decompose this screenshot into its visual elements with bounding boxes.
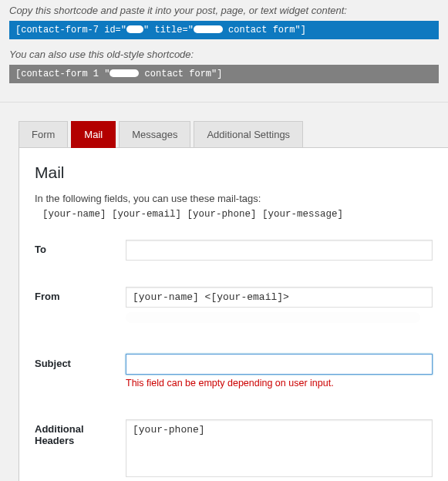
tab-additional-settings[interactable]: Additional Settings (194, 121, 303, 148)
row-subject: Subject This field can be empty dependin… (35, 354, 433, 388)
tab-messages[interactable]: Messages (119, 121, 190, 148)
shortcode-secondary-box[interactable]: [contact-form 1 " contact form"] (9, 65, 439, 83)
label-from: From (35, 287, 126, 302)
row-to: To (35, 240, 433, 261)
tabs-wrapper: Form Mail Messages Additional Settings (0, 103, 448, 148)
label-subject: Subject (35, 354, 126, 369)
tab-mail[interactable]: Mail (71, 121, 116, 148)
mail-panel: Mail In the following fields, you can us… (19, 147, 448, 481)
input-from[interactable] (126, 287, 433, 308)
shortcode-section: Copy this shortcode and paste it into yo… (0, 0, 448, 103)
panel-description: In the following fields, you can use the… (35, 193, 433, 204)
label-additional-headers: Additional Headers (35, 419, 126, 446)
shortcode-text: [contact-form 1 " (15, 69, 109, 79)
helper-blank (126, 312, 420, 323)
tab-form[interactable]: Form (19, 121, 68, 148)
input-subject[interactable] (126, 354, 433, 375)
redacted-id (126, 25, 143, 33)
row-from: From (35, 287, 433, 323)
tabs: Form Mail Messages Additional Settings (19, 121, 448, 148)
shortcode-text: contact form"] (223, 25, 306, 35)
row-additional-headers: Additional Headers (35, 419, 433, 479)
mail-tags: [your-name] [your-email] [your-phone] [y… (42, 209, 433, 220)
shortcode-text: [contact-form-7 id=" (15, 25, 126, 35)
input-to[interactable] (126, 240, 433, 261)
shortcode-intro-secondary: You can also use this old-style shortcod… (9, 49, 439, 60)
redacted-title2 (109, 69, 139, 77)
shortcode-primary-box[interactable]: [contact-form-7 id="" title=" contact fo… (9, 21, 439, 39)
redacted-title (194, 25, 223, 33)
shortcode-intro-primary: Copy this shortcode and paste it into yo… (9, 5, 439, 16)
panel-title: Mail (35, 163, 433, 182)
shortcode-text: contact form"] (139, 69, 222, 79)
shortcode-text: " title=" (143, 25, 194, 35)
textarea-additional-headers[interactable] (126, 419, 433, 477)
subject-error-text: This field can be empty depending on use… (126, 378, 433, 388)
label-to: To (35, 240, 126, 255)
